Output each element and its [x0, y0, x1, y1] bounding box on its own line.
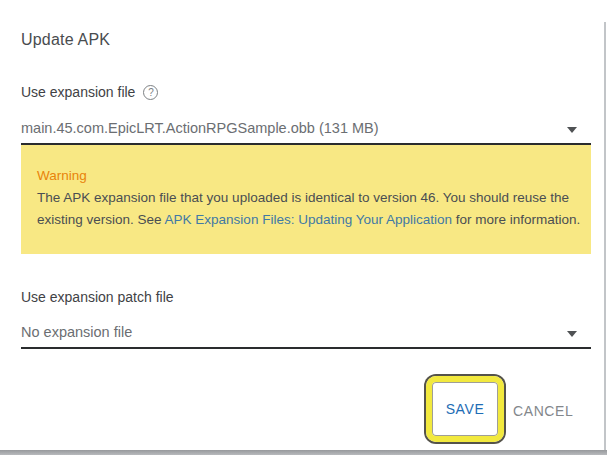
cancel-button[interactable]: CANCEL	[513, 403, 573, 419]
warning-text-line1: The APK expansion file that you uploaded…	[37, 187, 575, 209]
help-icon[interactable]: ?	[143, 85, 158, 100]
expansion-file-label-text: Use expansion file	[21, 84, 135, 100]
warning-text-before-link: existing version. See	[37, 212, 165, 227]
warning-banner: Warning The APK expansion file that you …	[21, 145, 591, 254]
apk-expansion-files-link[interactable]: APK Expansion Files: Updating Your Appli…	[165, 212, 452, 227]
warning-text-line2: existing version. See APK Expansion File…	[37, 209, 575, 231]
caret-down-icon[interactable]	[567, 331, 577, 337]
warning-text-after-link: for more information.	[452, 212, 580, 227]
save-button-highlight-annotation: SAVE	[426, 376, 504, 442]
caret-down-icon[interactable]	[567, 127, 577, 133]
expansion-file-label: Use expansion file ?	[21, 84, 158, 100]
expansion-patch-file-select[interactable]: No expansion file	[21, 320, 591, 349]
expansion-patch-file-selected-value: No expansion file	[21, 324, 132, 340]
expansion-file-select[interactable]: main.45.com.EpicLRT.ActionRPGSample.obb …	[21, 116, 591, 145]
save-button[interactable]: SAVE	[446, 401, 485, 417]
expansion-patch-file-label-text: Use expansion patch file	[21, 289, 174, 305]
dialog-title: Update APK	[21, 31, 110, 49]
window-right-border	[604, 22, 606, 450]
warning-title: Warning	[37, 165, 575, 187]
expansion-patch-file-label: Use expansion patch file	[21, 289, 174, 305]
expansion-file-selected-value: main.45.com.EpicLRT.ActionRPGSample.obb …	[21, 120, 379, 136]
update-apk-dialog: Update APK Use expansion file ? main.45.…	[0, 0, 611, 459]
window-bottom-edge	[0, 450, 607, 455]
